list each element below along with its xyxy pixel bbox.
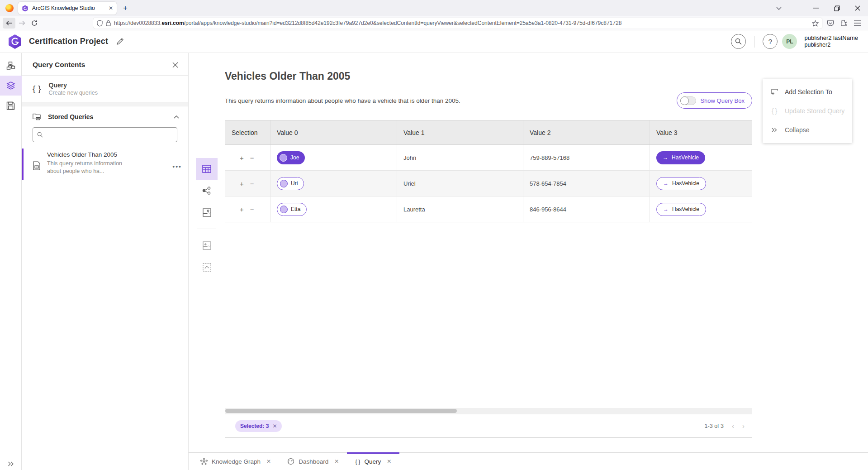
pagination-range: 1-3 of 3	[705, 423, 724, 429]
expand-rail-button[interactable]	[8, 461, 14, 466]
forward-button[interactable]	[15, 18, 28, 29]
tab-query[interactable]: { } Query ✕	[347, 453, 399, 470]
link-chart-icon	[202, 187, 211, 195]
show-query-box-toggle[interactable]: Show Query Box	[677, 92, 752, 109]
cell-value1[interactable]: John	[397, 145, 523, 170]
tab-list-chevron-icon[interactable]	[768, 0, 789, 16]
help-button[interactable]: ?	[763, 34, 778, 49]
table-icon	[202, 165, 211, 173]
cell-value2[interactable]: 846-956-8644	[523, 197, 650, 222]
tab-close-icon[interactable]: ✕	[109, 5, 113, 11]
stored-queries-header[interactable]: Stored Queries	[22, 106, 188, 125]
chevron-up-icon[interactable]	[174, 115, 179, 119]
table-row: + − Etta Lauretta 846-956-8644	[225, 197, 752, 222]
entity-pill[interactable]: Joe	[277, 151, 305, 164]
stored-query-item[interactable]: Vehicles Older Than 2005 This query retu…	[22, 149, 188, 180]
column-header-selection[interactable]: Selection	[225, 120, 270, 144]
column-header-value3[interactable]: Value 3	[650, 120, 752, 144]
edit-project-pencil-icon[interactable]	[116, 38, 124, 45]
scrollbar-thumb[interactable]	[225, 409, 457, 413]
new-tab-button[interactable]: +	[123, 4, 128, 13]
add-to-selection-button[interactable]: +	[240, 154, 244, 162]
relationship-pill[interactable]: → HasVehicle	[656, 203, 706, 216]
user-info[interactable]: publisher2 lastName publisher2	[804, 35, 861, 48]
sidebar-item-contents[interactable]	[0, 76, 22, 96]
add-to-selection-button[interactable]: +	[240, 206, 244, 213]
results-table: Selection Value 0 Value 1 Value 2 Value …	[225, 120, 752, 438]
remove-from-selection-button[interactable]: −	[250, 180, 254, 187]
tab-close-icon[interactable]: ✕	[266, 458, 271, 465]
toggle-switch[interactable]	[680, 96, 696, 105]
toolbar-extensions-area	[825, 19, 865, 27]
menu-item-add-selection-to[interactable]: Add Selection To	[763, 82, 852, 101]
map-view-button[interactable]	[196, 201, 218, 223]
remove-from-selection-button[interactable]: −	[250, 154, 254, 162]
column-header-value2[interactable]: Value 2	[523, 120, 650, 144]
arrow-right-icon: →	[663, 180, 669, 187]
cell-value2[interactable]: 759-889-57168	[523, 145, 650, 170]
window-close-button[interactable]	[847, 0, 868, 16]
bookmark-star-icon[interactable]	[812, 20, 819, 27]
entity-dot-icon	[280, 180, 288, 187]
back-button[interactable]	[3, 18, 15, 29]
add-selection-icon	[770, 88, 779, 96]
shield-permissions-icon[interactable]	[97, 20, 103, 27]
cell-value2[interactable]: 578-654-7854	[523, 171, 650, 196]
question-mark-icon: ?	[768, 38, 772, 45]
horizontal-scrollbar[interactable]	[225, 408, 752, 414]
selected-count-chip[interactable]: Selected: 3 ✕	[235, 420, 282, 432]
tab-knowledge-graph[interactable]: Knowledge Graph ✕	[192, 453, 279, 470]
selection-tools-button[interactable]	[196, 256, 218, 278]
hamburger-menu-icon[interactable]	[854, 20, 861, 26]
cell-value1[interactable]: Uriel	[397, 171, 523, 196]
add-to-selection-button[interactable]: +	[240, 180, 244, 187]
sidebar-item-data-model[interactable]	[0, 56, 22, 76]
cell-value1[interactable]: Lauretta	[397, 197, 523, 222]
remove-from-selection-button[interactable]: −	[250, 206, 254, 213]
column-header-value0[interactable]: Value 0	[270, 120, 397, 144]
url-bar[interactable]: https://dev0028833.esri.com/portal/apps/…	[93, 18, 822, 29]
clear-selection-icon[interactable]: ✕	[272, 423, 277, 429]
panel-close-icon[interactable]	[172, 62, 178, 68]
avatar[interactable]: PL	[782, 34, 797, 49]
entity-pill[interactable]: Etta	[277, 203, 307, 216]
save-icon	[6, 101, 15, 110]
double-chevron-right-icon	[770, 128, 779, 132]
sidebar-item-save[interactable]	[0, 96, 22, 115]
query-create-item[interactable]: { } Query Create new queries	[22, 76, 188, 102]
menu-item-collapse[interactable]: Collapse	[763, 120, 852, 139]
next-page-icon[interactable]: ›	[742, 422, 745, 430]
tab-dashboard[interactable]: Dashboard ✕	[279, 453, 347, 470]
search-button[interactable]	[731, 34, 746, 49]
menu-item-label: Add Selection To	[785, 88, 832, 96]
relationship-pill[interactable]: → HasVehicle	[656, 151, 705, 164]
pocket-icon[interactable]	[827, 20, 834, 27]
tab-close-icon[interactable]: ✕	[387, 458, 391, 465]
knowledge-graph-icon	[200, 458, 208, 465]
entity-pill[interactable]: Uri	[277, 177, 304, 190]
extensions-puzzle-icon[interactable]	[840, 19, 848, 27]
section-divider	[22, 102, 188, 106]
window-restore-button[interactable]	[826, 0, 847, 16]
add-to-map-button[interactable]	[196, 235, 218, 256]
firefox-icon[interactable]	[5, 4, 14, 12]
reload-button[interactable]	[28, 18, 41, 29]
table-row: + − Uri Uriel 578-654-7854	[225, 171, 752, 197]
stored-query-description: This query returns information about peo…	[47, 160, 133, 175]
lock-icon[interactable]	[106, 20, 111, 26]
double-chevron-right-icon	[8, 461, 14, 466]
column-header-value1[interactable]: Value 1	[397, 120, 523, 144]
menu-item-label: Collapse	[785, 126, 809, 134]
browser-tab[interactable]: ArcGIS Knowledge Studio ✕	[18, 2, 117, 14]
link-chart-view-button[interactable]	[196, 180, 218, 201]
favicon-arcgis-knowledge-icon	[22, 5, 28, 12]
relationship-pill[interactable]: → HasVehicle	[656, 177, 706, 190]
table-view-button[interactable]	[196, 158, 218, 180]
tab-close-icon[interactable]: ✕	[334, 458, 339, 465]
search-input[interactable]	[46, 131, 173, 138]
url-text[interactable]: https://dev0028833.esri.com/portal/apps/…	[114, 20, 809, 26]
window-minimize-button[interactable]	[806, 0, 826, 16]
previous-page-icon[interactable]: ‹	[732, 422, 734, 430]
stored-queries-search[interactable]	[33, 127, 177, 142]
more-options-icon[interactable]: •••	[172, 163, 182, 170]
